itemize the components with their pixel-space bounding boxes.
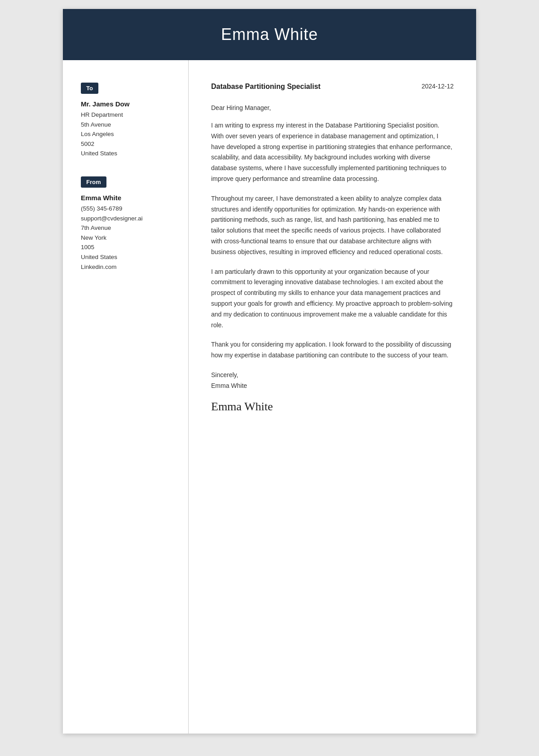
from-section: From Emma White (555) 345-6789 support@c…	[81, 176, 175, 272]
salutation: Dear Hiring Manager,	[211, 104, 454, 111]
header: Emma White	[63, 9, 476, 60]
to-line4: 5002	[81, 139, 175, 149]
from-email: support@cvdesigner.ai	[81, 214, 175, 224]
from-badge: From	[81, 176, 106, 188]
paragraph3: I am particularly drawn to this opportun…	[211, 267, 454, 331]
job-title: Database Partitioning Specialist	[211, 83, 321, 91]
sidebar: To Mr. James Dow HR Department 5th Avenu…	[63, 60, 189, 734]
to-line3: Los Angeles	[81, 129, 175, 139]
paragraph4: Thank you for considering my application…	[211, 339, 454, 361]
letter-date: 2024-12-12	[421, 83, 454, 90]
to-line1: HR Department	[81, 110, 175, 120]
from-phone: (555) 345-6789	[81, 204, 175, 214]
closing-line2: Emma White	[211, 381, 454, 391]
to-name: Mr. James Dow	[81, 100, 175, 108]
to-badge: To	[81, 83, 98, 94]
from-name: Emma White	[81, 194, 175, 202]
to-line5: United States	[81, 149, 175, 158]
from-line1: 7th Avenue	[81, 223, 175, 233]
main-content: Database Partitioning Specialist 2024-12…	[189, 60, 476, 734]
to-section: To Mr. James Dow HR Department 5th Avenu…	[81, 83, 175, 158]
paragraph2: Throughout my career, I have demonstrate…	[211, 193, 454, 258]
signature: Emma White	[211, 397, 454, 417]
letter-body: I am writing to express my interest in t…	[211, 120, 454, 361]
closing: Sincerely, Emma White Emma White	[211, 370, 454, 417]
from-line4: United States	[81, 252, 175, 262]
header-name: Emma White	[81, 25, 458, 44]
to-line2: 5th Avenue	[81, 120, 175, 130]
from-line5: Linkedin.com	[81, 262, 175, 272]
letter-header: Database Partitioning Specialist 2024-12…	[211, 83, 454, 91]
from-line2: New York	[81, 233, 175, 243]
paragraph1: I am writing to express my interest in t…	[211, 120, 454, 185]
closing-line1: Sincerely,	[211, 370, 454, 381]
from-line3: 1005	[81, 242, 175, 252]
content: To Mr. James Dow HR Department 5th Avenu…	[63, 60, 476, 734]
page: Emma White To Mr. James Dow HR Departmen…	[63, 9, 476, 734]
